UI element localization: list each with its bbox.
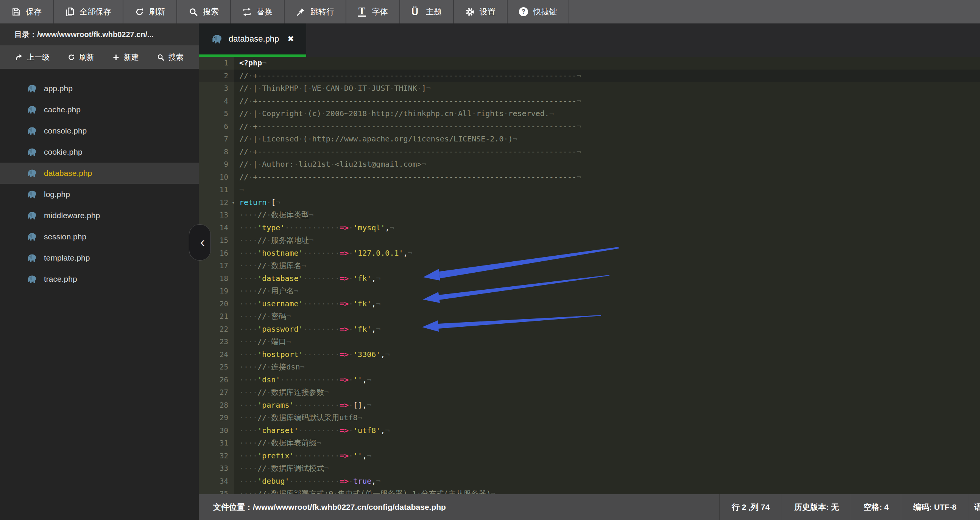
shortcuts-button[interactable]: ?快捷键 (508, 0, 569, 24)
code-text[interactable]: ····'type'············=>·'mysql',¬ (234, 222, 980, 235)
code-text[interactable]: ····'database'········=>·'fk',¬ (234, 272, 980, 285)
code-text[interactable]: ····//·服务器地址¬ (234, 234, 980, 247)
tab-database-php[interactable]: database.php ✖ (199, 24, 306, 57)
code-text[interactable]: //·+------------------------------------… (234, 171, 980, 184)
status-segment[interactable]: 空格: 4 (851, 494, 901, 520)
code-line[interactable]: 31····//·数据库表前缀¬ (199, 437, 980, 450)
code-line[interactable]: 3//·|·ThinkPHP·[·WE·CAN·DO·IT·JUST·THINK… (199, 82, 980, 95)
code-text[interactable]: ····'hostname'········=>·'127.0.0.1',¬ (234, 247, 980, 260)
code-text[interactable]: ····'username'········=>·'fk',¬ (234, 298, 980, 311)
code-text[interactable]: ····'password'········=>·'fk',¬ (234, 323, 980, 336)
file-item-cache-php[interactable]: cache.php (0, 99, 199, 120)
status-segment[interactable]: 历史版本: 无 (782, 494, 851, 520)
code-text[interactable]: ····//·密码¬ (234, 310, 980, 323)
code-line[interactable]: 4//·+-----------------------------------… (199, 95, 980, 108)
theme-button[interactable]: Ü主题 (400, 0, 454, 24)
code-text[interactable]: //·+------------------------------------… (234, 70, 980, 82)
file-item-database-php[interactable]: database.php (0, 163, 199, 184)
search-file-button[interactable]: 搜索 (157, 52, 184, 62)
code-line[interactable]: 21····//·密码¬ (199, 310, 980, 323)
code-line[interactable]: 13····//·数据库类型¬ (199, 209, 980, 222)
file-item-app-php[interactable]: app.php (0, 78, 199, 99)
code-line[interactable]: 19····//·用户名¬ (199, 285, 980, 298)
code-text[interactable]: ····//·连接dsn¬ (234, 361, 980, 374)
settings-button[interactable]: 设置 (454, 0, 508, 24)
code-line[interactable]: 11¬ (199, 184, 980, 196)
code-line[interactable]: 9//·|·Author:·liu21st·<liu21st@gmail.com… (199, 158, 980, 171)
code-line[interactable]: 2//·+-----------------------------------… (199, 70, 980, 82)
code-line[interactable]: 24····'hostport'········=>·'3306',¬ (199, 348, 980, 361)
code-text[interactable]: ····//·数据库类型¬ (234, 209, 980, 222)
code-text[interactable]: ¬ (234, 184, 980, 196)
file-item-middleware-php[interactable]: middleware.php (0, 205, 199, 226)
file-item-session-php[interactable]: session.php (0, 226, 199, 247)
new-file-button[interactable]: 新建 (112, 52, 139, 62)
fold-toggle-icon[interactable]: ▾ (232, 196, 235, 209)
code-text[interactable]: return·[¬ (234, 196, 980, 209)
code-text[interactable]: <?php¬ (234, 57, 980, 70)
code-line[interactable]: 20····'username'········=>·'fk',¬ (199, 298, 980, 311)
code-text[interactable]: //·|·Author:·liu21st·<liu21st@gmail.com>… (234, 158, 980, 171)
status-segment[interactable]: 编码: UTF-8 (901, 494, 969, 520)
code-line[interactable]: 28····'params'··········=>·[],¬ (199, 399, 980, 412)
file-item-console-php[interactable]: console.php (0, 120, 199, 141)
code-editor[interactable]: 1<?php¬2//·+----------------------------… (199, 57, 980, 494)
code-line[interactable]: 25····//·连接dsn¬ (199, 361, 980, 374)
code-text[interactable]: ····//·数据库编码默认采用utf8¬ (234, 411, 980, 424)
status-segment[interactable]: 行 2 ,列 74 (719, 494, 782, 520)
code-line[interactable]: 17····//·数据库名¬ (199, 260, 980, 272)
code-line[interactable]: 26····'dsn'·············=>·'',¬ (199, 374, 980, 387)
code-line[interactable]: 15····//·服务器地址¬ (199, 234, 980, 247)
code-line[interactable]: 30····'charset'·········=>·'utf8',¬ (199, 424, 980, 437)
replace-button[interactable]: 替换 (231, 0, 285, 24)
code-text[interactable]: ····//·数据库名¬ (234, 260, 980, 272)
code-text[interactable]: ····//·数据库表前缀¬ (234, 437, 980, 450)
code-line[interactable]: 1<?php¬ (199, 57, 980, 70)
code-line[interactable]: 18····'database'········=>·'fk',¬ (199, 272, 980, 285)
code-text[interactable]: ····//·用户名¬ (234, 285, 980, 298)
code-text[interactable]: //·|·ThinkPHP·[·WE·CAN·DO·IT·JUST·THINK·… (234, 82, 980, 95)
code-text[interactable]: ····//·数据库部署方式:0·集中式(单一服务器),1·分布式(主从服务器)… (234, 487, 980, 494)
code-line[interactable]: 16····'hostname'········=>·'127.0.0.1',¬ (199, 247, 980, 260)
goto-line-button[interactable]: 跳转行 (285, 0, 346, 24)
code-line[interactable]: 22····'password'········=>·'fk',¬ (199, 323, 980, 336)
font-button[interactable]: T字体 (346, 0, 400, 24)
save-all-button[interactable]: 全部保存 (54, 0, 123, 24)
code-text[interactable]: ····'hostport'········=>·'3306',¬ (234, 348, 980, 361)
code-text[interactable]: ····//·数据库调试模式¬ (234, 462, 980, 475)
code-line[interactable]: 29····//·数据库编码默认采用utf8¬ (199, 411, 980, 424)
code-line[interactable]: 14····'type'············=>·'mysql',¬ (199, 222, 980, 235)
code-line[interactable]: 34····'debug'···········=>·true,¬ (199, 475, 980, 488)
code-text[interactable]: //·+------------------------------------… (234, 120, 980, 133)
sidebar-collapse-button[interactable]: ‹ (189, 224, 211, 260)
code-text[interactable]: ····//·数据库连接参数¬ (234, 386, 980, 399)
code-text[interactable]: ····'dsn'·············=>·'',¬ (234, 374, 980, 387)
search-button[interactable]: 搜索 (177, 0, 231, 24)
code-text[interactable]: ····'prefix'··········=>·'',¬ (234, 450, 980, 463)
up-level-button[interactable]: 上一级 (15, 52, 49, 62)
status-segment[interactable]: 语 (969, 494, 980, 520)
code-text[interactable]: //·|·Licensed·(·http://www.apache.org/li… (234, 133, 980, 146)
code-line[interactable]: 6//·+-----------------------------------… (199, 120, 980, 133)
code-line[interactable]: 23····//·端口¬ (199, 335, 980, 348)
save-button[interactable]: 保存 (0, 0, 54, 24)
file-item-log-php[interactable]: log.php (0, 184, 199, 205)
code-line[interactable]: 12▾return·[¬ (199, 196, 980, 209)
code-line[interactable]: 7//·|·Licensed·(·http://www.apache.org/l… (199, 133, 980, 146)
code-line[interactable]: 27····//·数据库连接参数¬ (199, 386, 980, 399)
code-text[interactable]: //·|·Copyright·(c)·2006~2018·http://thin… (234, 108, 980, 120)
file-item-trace-php[interactable]: trace.php (0, 268, 199, 290)
refresh-dir-button[interactable]: 刷新 (67, 52, 94, 62)
refresh-button[interactable]: 刷新 (123, 0, 177, 24)
code-text[interactable]: ····'charset'·········=>·'utf8',¬ (234, 424, 980, 437)
close-icon[interactable]: ✖ (287, 35, 294, 43)
code-text[interactable]: //·+------------------------------------… (234, 146, 980, 159)
code-text[interactable]: //·+------------------------------------… (234, 95, 980, 108)
code-line[interactable]: 10//·+----------------------------------… (199, 171, 980, 184)
code-line[interactable]: 8//·+-----------------------------------… (199, 146, 980, 159)
code-line[interactable]: 33····//·数据库调试模式¬ (199, 462, 980, 475)
file-item-cookie-php[interactable]: cookie.php (0, 141, 199, 163)
code-line[interactable]: 5//·|·Copyright·(c)·2006~2018·http://thi… (199, 108, 980, 120)
code-text[interactable]: ····'params'··········=>·[],¬ (234, 399, 980, 412)
code-line[interactable]: 32····'prefix'··········=>·'',¬ (199, 450, 980, 463)
